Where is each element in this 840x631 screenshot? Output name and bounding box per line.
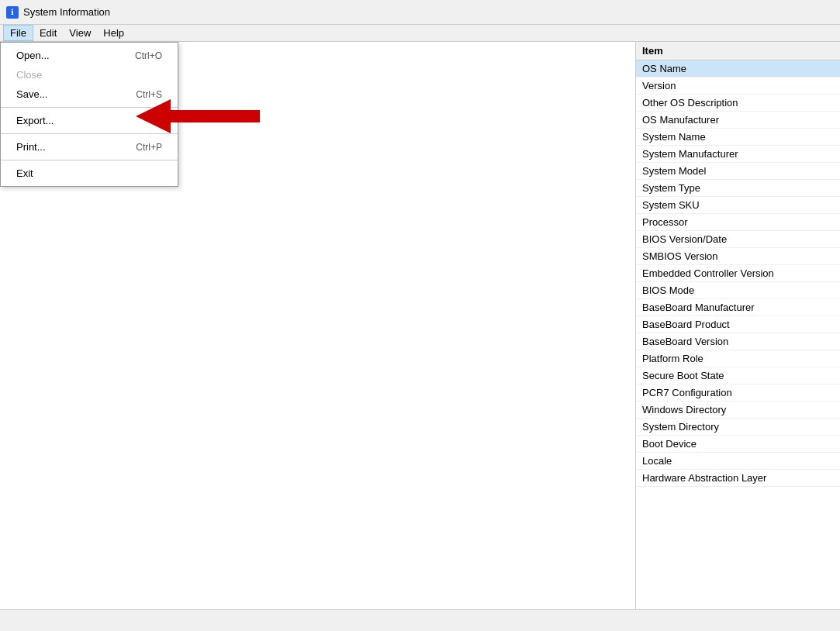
separator-1 <box>1 107 178 108</box>
right-pane-row-baseboard-product[interactable]: BaseBoard Product <box>636 316 840 333</box>
right-pane-row-hardware-abstraction-layer[interactable]: Hardware Abstraction Layer <box>636 470 840 487</box>
menu-open[interactable]: Open... Ctrl+O <box>1 46 178 65</box>
right-pane-row-os-manufacturer[interactable]: OS Manufacturer <box>636 112 840 129</box>
file-dropdown-menu: Open... Ctrl+O Close Save... Ctrl+S Expo… <box>0 42 178 187</box>
separator-3 <box>1 160 178 160</box>
menu-print[interactable]: Print... Ctrl+P <box>1 137 178 157</box>
right-pane-row-embedded-controller[interactable]: Embedded Controller Version <box>636 265 840 282</box>
right-pane-row-system-type[interactable]: System Type <box>636 180 840 197</box>
menu-close-label: Close <box>16 69 42 81</box>
menu-print-label: Print... <box>16 141 46 153</box>
right-pane-row-baseboard-manufacturer[interactable]: BaseBoard Manufacturer <box>636 299 840 316</box>
right-pane-row-locale[interactable]: Locale <box>636 453 840 470</box>
menu-close: Close <box>1 65 178 84</box>
menu-export[interactable]: Export... <box>1 111 178 130</box>
menu-print-shortcut: Ctrl+P <box>136 142 162 153</box>
right-pane-rows: OS NameVersionOther OS DescriptionOS Man… <box>636 60 840 487</box>
right-pane-list: Item OS NameVersionOther OS DescriptionO… <box>636 42 840 609</box>
right-pane-row-boot-device[interactable]: Boot Device <box>636 436 840 453</box>
menu-edit[interactable]: Edit <box>33 26 63 40</box>
menu-save[interactable]: Save... Ctrl+S <box>1 84 178 104</box>
right-pane-row-system-name[interactable]: System Name <box>636 129 840 146</box>
menu-bar: File Edit View Help Open... Ctrl+O Close… <box>0 25 840 42</box>
menu-save-label: Save... <box>16 88 47 100</box>
right-pane-row-processor[interactable]: Processor <box>636 214 840 231</box>
right-pane-row-os-name[interactable]: OS Name <box>636 60 840 78</box>
separator-2 <box>1 133 178 134</box>
right-pane-row-other-os-desc[interactable]: Other OS Description <box>636 95 840 112</box>
right-pane-row-system-sku[interactable]: System SKU <box>636 197 840 214</box>
right-pane-header-label: Item <box>642 45 663 57</box>
app-icon: ℹ <box>6 6 19 19</box>
menu-exit-label: Exit <box>16 167 33 179</box>
menu-help[interactable]: Help <box>97 26 130 40</box>
right-pane-row-bios-mode[interactable]: BIOS Mode <box>636 282 840 299</box>
right-pane-row-system-manufacturer[interactable]: System Manufacturer <box>636 146 840 163</box>
status-bar <box>0 609 840 631</box>
title-bar: ℹ System Information <box>0 0 840 25</box>
right-pane-row-system-directory[interactable]: System Directory <box>636 419 840 436</box>
right-pane-row-version[interactable]: Version <box>636 78 840 95</box>
right-pane-row-windows-directory[interactable]: Windows Directory <box>636 402 840 419</box>
right-pane-row-bios-version[interactable]: BIOS Version/Date <box>636 231 840 248</box>
window-title: System Information <box>23 6 110 18</box>
right-pane-row-smbios-version[interactable]: SMBIOS Version <box>636 248 840 265</box>
right-pane-row-platform-role[interactable]: Platform Role <box>636 350 840 367</box>
menu-export-label: Export... <box>16 115 54 126</box>
right-pane-row-pcr7-config[interactable]: PCR7 Configuration <box>636 384 840 402</box>
menu-save-shortcut: Ctrl+S <box>136 89 162 100</box>
menu-open-label: Open... <box>16 50 50 61</box>
menu-open-shortcut: Ctrl+O <box>135 50 162 61</box>
menu-exit[interactable]: Exit <box>1 164 178 183</box>
right-pane-row-baseboard-version[interactable]: BaseBoard Version <box>636 333 840 350</box>
right-pane-row-secure-boot-state[interactable]: Secure Boot State <box>636 367 840 384</box>
menu-view[interactable]: View <box>63 26 97 40</box>
right-pane-header: Item <box>636 42 840 60</box>
right-pane-row-system-model[interactable]: System Model <box>636 163 840 180</box>
menu-file[interactable]: File <box>3 25 33 41</box>
